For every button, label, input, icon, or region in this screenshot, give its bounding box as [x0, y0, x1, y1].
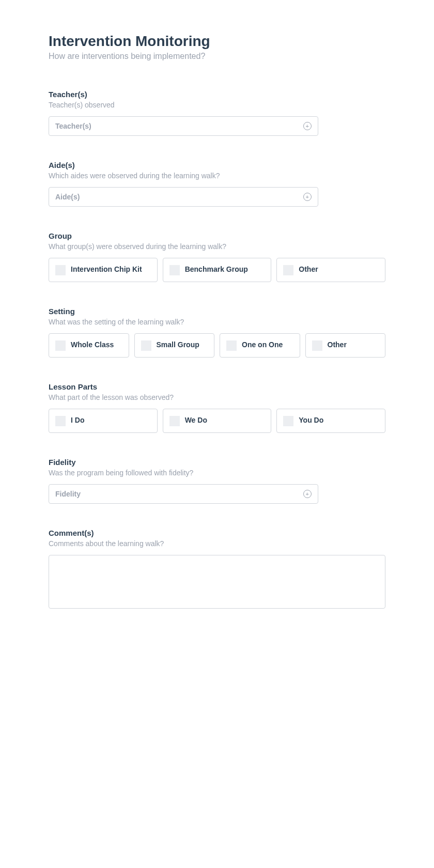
- setting-section: Setting What was the setting of the lear…: [49, 307, 385, 358]
- option-label: Small Group: [157, 340, 199, 350]
- aides-placeholder: Aide(s): [55, 193, 80, 201]
- checkbox-icon: [169, 416, 180, 426]
- comments-textarea[interactable]: [49, 555, 385, 609]
- group-label: Group: [49, 231, 385, 240]
- checkbox-icon: [226, 340, 237, 351]
- option-label: You Do: [299, 415, 323, 426]
- plus-icon: +: [303, 193, 312, 201]
- group-section: Group What group(s) were observed during…: [49, 231, 385, 282]
- fidelity-select[interactable]: Fidelity +: [49, 484, 318, 504]
- teachers-select[interactable]: Teacher(s) +: [49, 116, 318, 136]
- setting-option-whole-class[interactable]: Whole Class: [49, 333, 129, 358]
- option-label: Whole Class: [71, 340, 114, 350]
- checkbox-icon: [169, 265, 180, 275]
- plus-icon: +: [303, 490, 312, 498]
- teachers-section: Teacher(s) Teacher(s) observed Teacher(s…: [49, 90, 385, 136]
- teachers-placeholder: Teacher(s): [55, 122, 91, 130]
- checkbox-icon: [283, 416, 293, 426]
- group-option-intervention-chip-kit[interactable]: Intervention Chip Kit: [49, 258, 158, 282]
- setting-desc: What was the setting of the learning wal…: [49, 318, 385, 326]
- option-label: Other: [328, 340, 347, 350]
- group-option-other[interactable]: Other: [276, 258, 385, 282]
- lesson-option-i-do[interactable]: I Do: [49, 409, 158, 433]
- comments-desc: Comments about the learning walk?: [49, 539, 385, 548]
- option-label: Other: [299, 265, 318, 275]
- checkbox-icon: [312, 340, 322, 351]
- lesson-section: Lesson Parts What part of the lesson was…: [49, 382, 385, 433]
- lesson-option-you-do[interactable]: You Do: [276, 409, 385, 433]
- option-label: Benchmark Group: [185, 265, 248, 275]
- setting-option-one-on-one[interactable]: One on One: [220, 333, 300, 358]
- fidelity-label: Fidelity: [49, 458, 385, 467]
- option-label: Intervention Chip Kit: [71, 265, 142, 275]
- aides-label: Aide(s): [49, 161, 385, 169]
- aides-select[interactable]: Aide(s) +: [49, 187, 318, 207]
- plus-icon: +: [303, 122, 312, 130]
- fidelity-placeholder: Fidelity: [55, 490, 81, 498]
- option-label: I Do: [71, 415, 84, 426]
- checkbox-icon: [55, 265, 66, 275]
- group-option-benchmark-group[interactable]: Benchmark Group: [163, 258, 272, 282]
- page-subtitle: How are interventions being implemented?: [49, 52, 385, 61]
- aides-desc: Which aides were observed during the lea…: [49, 172, 385, 180]
- checkbox-icon: [55, 340, 66, 351]
- aides-section: Aide(s) Which aides were observed during…: [49, 161, 385, 207]
- lesson-label: Lesson Parts: [49, 382, 385, 391]
- teachers-desc: Teacher(s) observed: [49, 101, 385, 109]
- setting-label: Setting: [49, 307, 385, 316]
- setting-option-small-group[interactable]: Small Group: [134, 333, 215, 358]
- checkbox-icon: [141, 340, 151, 351]
- fidelity-section: Fidelity Was the program being followed …: [49, 458, 385, 504]
- lesson-desc: What part of the lesson was observed?: [49, 393, 385, 401]
- fidelity-desc: Was the program being followed with fide…: [49, 469, 385, 477]
- option-label: One on One: [242, 340, 283, 350]
- teachers-label: Teacher(s): [49, 90, 385, 99]
- page-title: Intervention Monitoring: [49, 33, 385, 50]
- group-desc: What group(s) were observed during the l…: [49, 242, 385, 251]
- checkbox-icon: [55, 416, 66, 426]
- setting-option-other[interactable]: Other: [305, 333, 386, 358]
- comments-label: Comment(s): [49, 529, 385, 537]
- comments-section: Comment(s) Comments about the learning w…: [49, 529, 385, 611]
- checkbox-icon: [283, 265, 293, 275]
- option-label: We Do: [185, 415, 207, 426]
- lesson-option-we-do[interactable]: We Do: [163, 409, 272, 433]
